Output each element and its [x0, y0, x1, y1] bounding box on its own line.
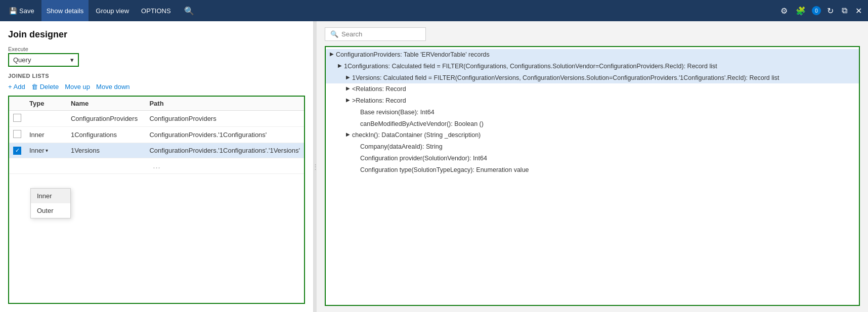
topbar-search-button[interactable]: 🔍 [180, 4, 198, 18]
table-row[interactable]: ConfigurationProviders ConfigurationProv… [9, 111, 304, 127]
tree-item[interactable]: Company(dataAreaId): String [326, 141, 859, 153]
group-view-button[interactable]: Group view [91, 0, 134, 21]
data-source-tree: ▶ ConfigurationProviders: Table 'ERVendo… [325, 46, 860, 306]
search-input[interactable] [341, 30, 420, 38]
settings-icon-btn[interactable]: ⚙ [778, 4, 790, 18]
right-panel: 🔍 ▶ ConfigurationProviders: Table 'ERVen… [317, 21, 868, 312]
topbar: 💾 Save Show details Group view OPTIONS 🔍… [0, 0, 868, 21]
row-type: Inner [25, 127, 67, 143]
tree-expand-arrow[interactable]: ▶ [344, 73, 352, 81]
tree-item[interactable]: ▶ 1Configurations: Calculated field = FI… [326, 61, 859, 72]
joined-lists-label: JOINED LISTS [8, 73, 305, 79]
row-checkbox[interactable]: ✓ [13, 147, 21, 155]
close-icon-btn[interactable]: ✕ [853, 4, 864, 18]
table-row[interactable]: Inner 1Configurations ConfigurationProvi… [9, 127, 304, 143]
row-name: ConfigurationProviders [67, 111, 146, 127]
tree-item[interactable]: ▶ 1Versions: Calculated field = FILTER(C… [326, 72, 859, 84]
col-name: Name [67, 97, 146, 111]
tree-item-label: canBeModifiedByActiveVendor(): Boolean (… [360, 119, 859, 129]
tree-item-label: <Relations: Record [352, 84, 859, 94]
table-row[interactable]: ✓ Inner ▾ 1Versions ConfigurationProvide… [9, 143, 304, 158]
tree-item[interactable]: canBeModifiedByActiveVendor(): Boolean (… [326, 118, 859, 130]
chevron-down-icon: ▾ [70, 56, 74, 64]
tree-expand-arrow[interactable]: ▶ [344, 96, 352, 104]
tree-item[interactable]: Configuration type(SolutionTypeLegacy): … [326, 164, 859, 176]
tree-expand-arrow[interactable]: ▶ [336, 62, 344, 69]
toolbar: + Add 🗑 Delete Move up Move down [8, 82, 305, 92]
tree-expand-arrow[interactable]: ▶ [344, 130, 352, 138]
table-ellipsis-row: … [9, 158, 304, 173]
row-path: ConfigurationProviders [145, 111, 304, 127]
dropdown-item-inner[interactable]: Inner [31, 189, 70, 203]
tree-item-label: >Relations: Record [352, 96, 859, 106]
tree-item-label: 1Versions: Calculated field = FILTER(Con… [352, 73, 859, 83]
execute-section: Execute Query ▾ [8, 46, 305, 67]
notification-badge: 0 [812, 6, 821, 15]
delete-icon: 🗑 [31, 83, 38, 91]
tree-item[interactable]: ▶ ConfigurationProviders: Table 'ERVendo… [326, 49, 859, 61]
execute-dropdown[interactable]: Query ▾ [8, 53, 79, 67]
row-type: Inner ▾ [25, 143, 67, 158]
tree-item[interactable]: Base revision(Base): Int64 [326, 107, 859, 118]
tree-item-label: Company(dataAreaId): String [360, 142, 859, 152]
options-button[interactable]: OPTIONS [136, 0, 176, 21]
extension-icon-btn[interactable]: 🧩 [794, 4, 808, 18]
delete-button[interactable]: 🗑 Delete [31, 82, 59, 92]
show-details-button[interactable]: Show details [41, 0, 89, 21]
tree-item[interactable]: ▶ checkIn(): DataContainer (String _desc… [326, 129, 859, 141]
search-icon: 🔍 [330, 30, 338, 38]
type-dropdown-popup: Inner Outer [30, 188, 71, 218]
dropdown-item-outer[interactable]: Outer [31, 203, 70, 218]
save-icon: 💾 [9, 7, 17, 15]
move-down-button[interactable]: Move down [96, 82, 129, 92]
col-type: Type [25, 97, 67, 111]
tree-item-label: Configuration provider(SolutionVendor): … [360, 154, 859, 163]
tree-item-label: Base revision(Base): Int64 [360, 108, 859, 117]
row-checkbox[interactable] [13, 114, 21, 122]
tree-expand-arrow[interactable]: ▶ [328, 50, 336, 58]
row-name: 1Configurations [67, 127, 146, 143]
joined-lists-table: Type Name Path ConfigurationProviders Co… [9, 97, 304, 174]
tree-expand-arrow[interactable]: ▶ [344, 84, 352, 92]
left-panel: Join designer Execute Query ▾ JOINED LIS… [0, 21, 314, 312]
execute-value: Query [13, 56, 31, 64]
tree-item-label: checkIn(): DataContainer (String _descri… [352, 130, 859, 140]
row-name: 1Versions [67, 143, 146, 158]
tree-item-label: Configuration type(SolutionTypeLegacy): … [360, 165, 859, 175]
ellipsis: … [9, 158, 304, 173]
add-button[interactable]: + Add [8, 82, 25, 92]
topbar-right-area: ⚙ 🧩 0 ↻ ⧉ ✕ [778, 4, 864, 18]
row-path: ConfigurationProviders.'1Configurations' [145, 127, 304, 143]
row-checkbox[interactable] [13, 130, 21, 138]
tree-item[interactable]: ▶ <Relations: Record [326, 83, 859, 95]
row-type [25, 111, 67, 127]
tree-item[interactable]: ▶ >Relations: Record [326, 95, 859, 107]
refresh-icon-btn[interactable]: ↻ [825, 4, 836, 18]
col-path: Path [145, 97, 304, 111]
page-title: Join designer [8, 29, 305, 40]
tree-item-label: 1Configurations: Calculated field = FILT… [344, 62, 859, 71]
save-button[interactable]: 💾 Save [4, 0, 39, 21]
tree-item-label: ConfigurationProviders: Table 'ERVendorT… [336, 50, 859, 60]
row-path: ConfigurationProviders.'1Configurations'… [145, 143, 304, 158]
chevron-down-icon: ▾ [46, 148, 48, 153]
move-up-button[interactable]: Move up [65, 82, 90, 92]
search-box[interactable]: 🔍 [325, 27, 426, 41]
col-check [9, 97, 25, 111]
execute-label: Execute [8, 46, 305, 52]
restore-icon-btn[interactable]: ⧉ [840, 4, 849, 17]
tree-item[interactable]: Configuration provider(SolutionVendor): … [326, 153, 859, 164]
main-content: Join designer Execute Query ▾ JOINED LIS… [0, 21, 868, 312]
